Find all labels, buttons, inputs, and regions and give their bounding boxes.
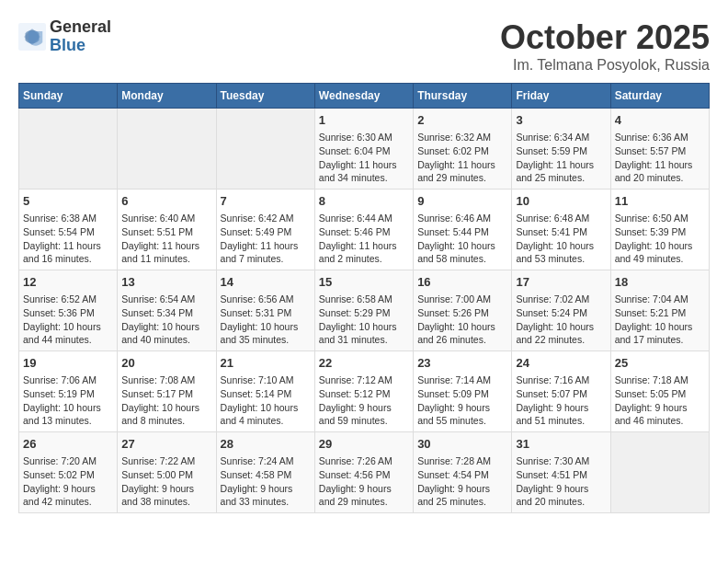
day-number: 2 [417,112,507,129]
day-number: 31 [516,436,606,453]
day-info: Sunrise: 6:32 AM Sunset: 6:02 PM Dayligh… [417,131,507,185]
table-row: 14Sunrise: 6:56 AM Sunset: 5:31 PM Dayli… [216,270,314,351]
day-number: 4 [615,112,705,129]
table-row: 28Sunrise: 7:24 AM Sunset: 4:58 PM Dayli… [216,432,314,513]
header-friday: Friday [512,84,610,109]
day-info: Sunrise: 7:18 AM Sunset: 5:05 PM Dayligh… [615,373,705,428]
day-number: 18 [615,274,705,291]
day-info: Sunrise: 7:02 AM Sunset: 5:24 PM Dayligh… [516,293,606,347]
day-info: Sunrise: 6:52 AM Sunset: 5:36 PM Dayligh… [23,293,113,347]
header: General Blue October 2025 Im. Telmana Po… [18,18,710,74]
day-info: Sunrise: 6:30 AM Sunset: 6:04 PM Dayligh… [319,131,409,185]
calendar-header: Sunday Monday Tuesday Wednesday Thursday… [19,84,710,109]
day-info: Sunrise: 6:54 AM Sunset: 5:34 PM Dayligh… [121,293,211,347]
table-row: 10Sunrise: 6:48 AM Sunset: 5:41 PM Dayli… [512,190,610,270]
day-info: Sunrise: 6:34 AM Sunset: 5:59 PM Dayligh… [516,131,606,185]
day-number: 24 [516,355,606,372]
table-row: 8Sunrise: 6:44 AM Sunset: 5:46 PM Daylig… [314,190,413,270]
table-row: 27Sunrise: 7:22 AM Sunset: 5:00 PM Dayli… [118,432,216,513]
day-number: 12 [23,274,113,291]
day-number: 21 [221,355,311,372]
day-number: 22 [319,355,409,372]
day-number: 17 [516,274,606,291]
logo-text: General Blue [50,18,111,55]
day-info: Sunrise: 7:28 AM Sunset: 4:54 PM Dayligh… [417,454,507,509]
day-info: Sunrise: 7:30 AM Sunset: 4:51 PM Dayligh… [516,454,606,509]
table-row: 18Sunrise: 7:04 AM Sunset: 5:21 PM Dayli… [610,270,709,351]
table-row: 24Sunrise: 7:16 AM Sunset: 5:07 PM Dayli… [512,351,610,432]
day-number: 6 [121,193,211,210]
day-number: 26 [23,436,113,453]
table-row: 29Sunrise: 7:26 AM Sunset: 4:56 PM Dayli… [314,432,413,513]
day-number: 7 [221,193,311,210]
logo: General Blue [18,18,111,55]
table-row: 16Sunrise: 7:00 AM Sunset: 5:26 PM Dayli… [414,270,512,351]
table-row: 1Sunrise: 6:30 AM Sunset: 6:04 PM Daylig… [314,109,413,190]
table-row: 26Sunrise: 7:20 AM Sunset: 5:02 PM Dayli… [19,432,118,513]
day-number: 30 [417,436,507,453]
day-info: Sunrise: 6:38 AM Sunset: 5:54 PM Dayligh… [23,212,113,266]
logo-blue-label: Blue [50,37,111,55]
header-row: Sunday Monday Tuesday Wednesday Thursday… [19,84,710,109]
header-sunday: Sunday [19,84,118,109]
day-number: 29 [319,436,409,453]
table-row: 21Sunrise: 7:10 AM Sunset: 5:14 PM Dayli… [216,351,314,432]
day-info: Sunrise: 7:26 AM Sunset: 4:56 PM Dayligh… [319,454,409,509]
table-row: 30Sunrise: 7:28 AM Sunset: 4:54 PM Dayli… [414,432,512,513]
day-number: 10 [516,193,606,210]
day-number: 28 [221,436,311,453]
day-info: Sunrise: 6:40 AM Sunset: 5:51 PM Dayligh… [121,212,211,266]
table-row: 3Sunrise: 6:34 AM Sunset: 5:59 PM Daylig… [512,109,610,190]
day-info: Sunrise: 6:36 AM Sunset: 5:57 PM Dayligh… [615,131,705,185]
day-info: Sunrise: 7:08 AM Sunset: 5:17 PM Dayligh… [121,373,211,428]
header-monday: Monday [118,84,216,109]
day-number: 9 [417,193,507,210]
table-row: 5Sunrise: 6:38 AM Sunset: 5:54 PM Daylig… [19,190,118,270]
logo-general-label: General [50,18,111,37]
table-row: 4Sunrise: 6:36 AM Sunset: 5:57 PM Daylig… [610,109,709,190]
day-number: 27 [121,436,211,453]
calendar-week-row: 1Sunrise: 6:30 AM Sunset: 6:04 PM Daylig… [19,109,710,190]
day-info: Sunrise: 6:46 AM Sunset: 5:44 PM Dayligh… [417,212,507,266]
day-info: Sunrise: 7:10 AM Sunset: 5:14 PM Dayligh… [221,373,311,428]
day-info: Sunrise: 7:20 AM Sunset: 5:02 PM Dayligh… [23,454,113,509]
calendar-table: Sunday Monday Tuesday Wednesday Thursday… [18,83,710,513]
day-info: Sunrise: 7:06 AM Sunset: 5:19 PM Dayligh… [23,373,113,428]
table-row [216,109,314,190]
calendar-body: 1Sunrise: 6:30 AM Sunset: 6:04 PM Daylig… [19,109,710,513]
table-row: 20Sunrise: 7:08 AM Sunset: 5:17 PM Dayli… [118,351,216,432]
day-number: 11 [615,193,705,210]
table-row: 11Sunrise: 6:50 AM Sunset: 5:39 PM Dayli… [610,190,709,270]
table-row [19,109,118,190]
header-tuesday: Tuesday [216,84,314,109]
day-number: 13 [121,274,211,291]
day-number: 15 [319,274,409,291]
table-row: 15Sunrise: 6:58 AM Sunset: 5:29 PM Dayli… [314,270,413,351]
day-info: Sunrise: 7:24 AM Sunset: 4:58 PM Dayligh… [221,454,311,509]
table-row: 23Sunrise: 7:14 AM Sunset: 5:09 PM Dayli… [414,351,512,432]
day-info: Sunrise: 6:42 AM Sunset: 5:49 PM Dayligh… [221,212,311,266]
day-number: 5 [23,193,113,210]
table-row: 13Sunrise: 6:54 AM Sunset: 5:34 PM Dayli… [118,270,216,351]
header-wednesday: Wednesday [314,84,413,109]
table-row: 22Sunrise: 7:12 AM Sunset: 5:12 PM Dayli… [314,351,413,432]
day-info: Sunrise: 7:22 AM Sunset: 5:00 PM Dayligh… [121,454,211,509]
table-row [610,432,709,513]
day-number: 16 [417,274,507,291]
header-thursday: Thursday [414,84,512,109]
table-row: 2Sunrise: 6:32 AM Sunset: 6:02 PM Daylig… [414,109,512,190]
day-number: 8 [319,193,409,210]
calendar-week-row: 26Sunrise: 7:20 AM Sunset: 5:02 PM Dayli… [19,432,710,513]
day-info: Sunrise: 6:48 AM Sunset: 5:41 PM Dayligh… [516,212,606,266]
table-row: 9Sunrise: 6:46 AM Sunset: 5:44 PM Daylig… [414,190,512,270]
table-row: 17Sunrise: 7:02 AM Sunset: 5:24 PM Dayli… [512,270,610,351]
title-block: October 2025 Im. Telmana Posyolok, Russi… [500,18,710,74]
table-row: 12Sunrise: 6:52 AM Sunset: 5:36 PM Dayli… [19,270,118,351]
day-info: Sunrise: 7:12 AM Sunset: 5:12 PM Dayligh… [319,373,409,428]
main-title: October 2025 [500,18,710,57]
day-info: Sunrise: 7:16 AM Sunset: 5:07 PM Dayligh… [516,373,606,428]
table-row: 25Sunrise: 7:18 AM Sunset: 5:05 PM Dayli… [610,351,709,432]
day-number: 23 [417,355,507,372]
day-info: Sunrise: 6:56 AM Sunset: 5:31 PM Dayligh… [221,293,311,347]
day-info: Sunrise: 7:14 AM Sunset: 5:09 PM Dayligh… [417,373,507,428]
